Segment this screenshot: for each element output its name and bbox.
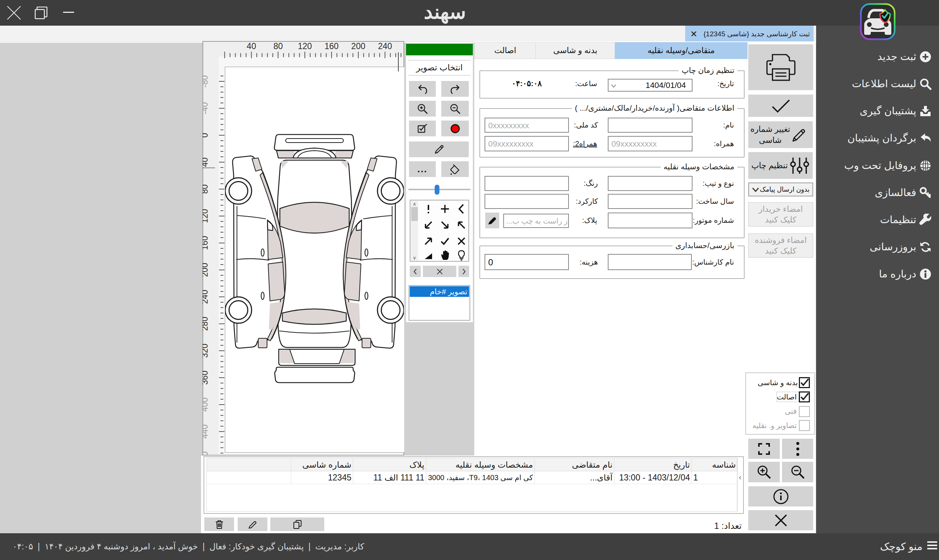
svg-text:-80: -80 — [202, 75, 210, 87]
svg-text:-40: -40 — [202, 102, 210, 114]
svg-text:440: 440 — [202, 425, 210, 438]
svg-text:200: 200 — [352, 42, 365, 51]
svg-text:400: 400 — [202, 398, 210, 412]
svg-text:120: 120 — [202, 209, 210, 223]
svg-text:160: 160 — [325, 42, 339, 51]
svg-text:160: 160 — [202, 236, 210, 250]
svg-text:80: 80 — [202, 185, 210, 194]
svg-text:480: 480 — [202, 452, 210, 455]
svg-text:40: 40 — [247, 42, 256, 51]
svg-text:0: 0 — [202, 133, 210, 138]
svg-text:40: 40 — [202, 158, 210, 167]
svg-text:240: 240 — [202, 290, 210, 304]
svg-text:320: 320 — [202, 344, 210, 358]
svg-text:240: 240 — [378, 42, 392, 51]
svg-text:200: 200 — [202, 263, 210, 277]
svg-text:120: 120 — [298, 42, 312, 51]
svg-text:280: 280 — [202, 317, 210, 331]
svg-text:360: 360 — [202, 371, 210, 385]
svg-text:80: 80 — [273, 42, 283, 51]
